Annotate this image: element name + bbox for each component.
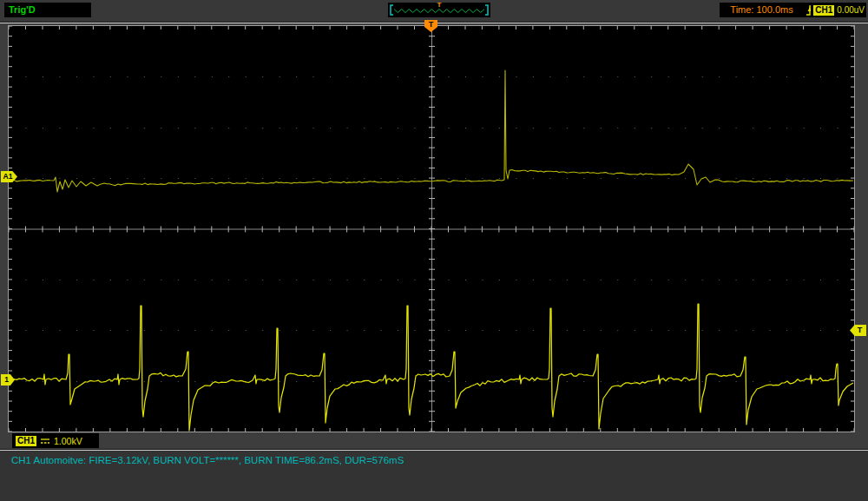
trigger-status-label: Trig'D bbox=[9, 4, 36, 15]
measurement-status-bar: CH1 Automoitve: FIRE=3.12kV, BURN VOLT=*… bbox=[0, 451, 868, 501]
scope-display[interactable] bbox=[9, 26, 854, 432]
timebase-readout: Time: 100.0ms bbox=[720, 3, 804, 17]
trigger-info-box: CH1 0.00uV bbox=[804, 3, 866, 17]
measurement-readout-text: CH1 Automoitve: FIRE=3.12kV, BURN VOLT=*… bbox=[11, 455, 404, 465]
rising-edge-icon bbox=[806, 3, 811, 16]
ch1-badge: CH1 bbox=[16, 436, 36, 446]
oscilloscope-window: Trig'D T Time: 100.0ms CH1 0.00uV A1 1 T… bbox=[0, 0, 868, 501]
trigger-source-badge: CH1 bbox=[813, 5, 834, 16]
record-preview-window[interactable]: T bbox=[388, 3, 490, 17]
timebase-label: Time: 100.0ms bbox=[730, 4, 792, 15]
dc-coupling-icon bbox=[40, 437, 50, 445]
top-bar: Trig'D T Time: 100.0ms CH1 0.00uV bbox=[0, 0, 868, 23]
preview-trigger-marker[interactable]: T bbox=[437, 2, 442, 9]
trigger-level-readout: 0.00uV bbox=[837, 5, 865, 15]
trigger-status-box: Trig'D bbox=[4, 3, 91, 17]
ch1-scale-value: 1.00kV bbox=[54, 436, 82, 446]
ch1-scale-readout: CH1 1.00kV bbox=[12, 433, 99, 448]
scope-graticule-and-traces bbox=[9, 26, 854, 432]
